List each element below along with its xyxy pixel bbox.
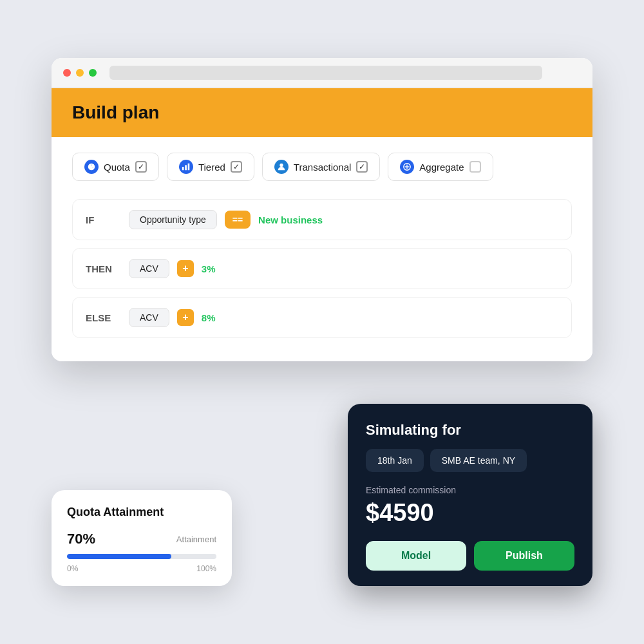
tab-aggregate-label: Aggregate xyxy=(419,162,464,173)
rule-then-row: THEN ACV + 3% xyxy=(72,248,572,289)
rule-then-keyword: THEN xyxy=(86,263,121,274)
simulating-actions: Model Publish xyxy=(366,541,574,571)
publish-button[interactable]: Publish xyxy=(474,541,574,571)
plan-header: Build plan xyxy=(52,88,592,137)
aggregate-icon xyxy=(400,160,414,174)
rule-if-keyword: IF xyxy=(86,214,121,225)
quota-top-row: 70% Attainment xyxy=(67,531,216,547)
simulating-title: Simulating for xyxy=(366,422,574,439)
browser-titlebar xyxy=(52,58,592,88)
rule-if-field[interactable]: Opportunity type xyxy=(129,210,217,229)
tab-tiered[interactable]: Tiered xyxy=(167,153,254,181)
tab-quota-checkbox[interactable] xyxy=(135,161,147,173)
svg-rect-0 xyxy=(182,167,184,170)
model-button[interactable]: Model xyxy=(366,541,466,571)
dot-green[interactable] xyxy=(89,69,97,77)
rule-else-row: ELSE ACV + 8% xyxy=(72,297,572,338)
tab-tiered-label: Tiered xyxy=(198,162,225,173)
quota-range-min: 0% xyxy=(67,564,78,573)
rule-if-row: IF Opportunity type == New business xyxy=(72,199,572,240)
simulating-date-tag[interactable]: 18th Jan xyxy=(366,449,424,472)
tab-aggregate[interactable]: Aggregate xyxy=(388,153,493,181)
tab-transactional-label: Transactional xyxy=(294,162,352,173)
rule-else-field[interactable]: ACV xyxy=(129,308,169,327)
tab-quota[interactable]: Quota xyxy=(72,153,159,181)
rule-if-operator[interactable]: == xyxy=(225,211,251,229)
page-title: Build plan xyxy=(72,102,572,123)
quota-bar-fill xyxy=(67,554,171,559)
quota-card-title: Quota Attainment xyxy=(67,506,216,519)
commission-label: Estimated commission xyxy=(366,485,574,495)
tab-transactional[interactable]: Transactional xyxy=(262,153,381,181)
svg-rect-1 xyxy=(185,165,187,170)
svg-rect-2 xyxy=(188,164,190,171)
quota-attainment-card: Quota Attainment 70% Attainment 0% 100% xyxy=(52,490,232,586)
simulating-team-tag[interactable]: SMB AE team, NY xyxy=(430,449,527,472)
transactional-icon xyxy=(274,160,289,174)
commission-amount: $4590 xyxy=(366,499,574,527)
quota-bar-track xyxy=(67,554,216,559)
simulating-tags: 18th Jan SMB AE team, NY xyxy=(366,449,574,472)
svg-point-3 xyxy=(279,164,283,167)
url-bar xyxy=(109,66,542,80)
rule-else-operator[interactable]: + xyxy=(177,309,194,326)
rule-then-field[interactable]: ACV xyxy=(129,259,169,278)
tab-transactional-checkbox[interactable] xyxy=(356,161,368,173)
simulating-card: Simulating for 18th Jan SMB AE team, NY … xyxy=(348,404,592,586)
browser-card: Build plan Quota xyxy=(52,58,592,361)
tab-row: Quota Tiered xyxy=(72,153,572,181)
dot-red[interactable] xyxy=(63,69,71,77)
plan-body: Quota Tiered xyxy=(52,137,592,361)
tab-tiered-checkbox[interactable] xyxy=(231,161,242,173)
dot-yellow[interactable] xyxy=(76,69,84,77)
rule-else-value: 8% xyxy=(202,312,216,323)
quota-percent-value: 70% xyxy=(67,531,95,547)
rule-then-operator[interactable]: + xyxy=(177,260,194,277)
tab-aggregate-checkbox[interactable] xyxy=(469,161,481,173)
tiered-icon xyxy=(179,160,193,174)
quota-range: 0% 100% xyxy=(67,564,216,573)
tab-quota-label: Quota xyxy=(104,162,130,173)
scene: Build plan Quota xyxy=(32,39,612,605)
quota-icon xyxy=(84,160,99,174)
rule-then-value: 3% xyxy=(202,263,216,274)
quota-attainment-label: Attainment xyxy=(176,535,216,544)
rule-else-keyword: ELSE xyxy=(86,312,121,323)
quota-range-max: 100% xyxy=(196,564,216,573)
rule-if-value[interactable]: New business xyxy=(258,214,323,225)
